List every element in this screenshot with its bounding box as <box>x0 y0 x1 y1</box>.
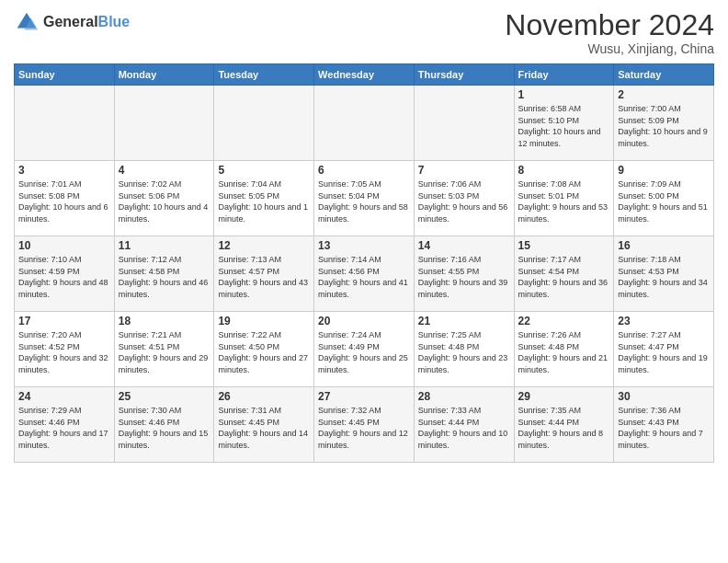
day-info: Sunrise: 7:05 AMSunset: 5:04 PMDaylight:… <box>318 178 410 224</box>
day-number: 5 <box>218 164 310 177</box>
day-info: Sunrise: 7:14 AMSunset: 4:56 PMDaylight:… <box>318 254 410 300</box>
day-info: Sunrise: 7:30 AMSunset: 4:46 PMDaylight:… <box>119 405 210 451</box>
day-info: Sunrise: 7:02 AMSunset: 5:06 PMDaylight:… <box>119 178 210 224</box>
day-cell: 17Sunrise: 7:20 AMSunset: 4:52 PMDayligh… <box>15 312 115 387</box>
day-info: Sunrise: 7:36 AMSunset: 4:43 PMDaylight:… <box>618 405 710 451</box>
day-cell: 1Sunrise: 6:58 AMSunset: 5:10 PMDaylight… <box>514 86 614 161</box>
day-number: 18 <box>119 315 210 327</box>
day-cell: 29Sunrise: 7:35 AMSunset: 4:44 PMDayligh… <box>514 387 614 463</box>
header-monday: Monday <box>114 64 214 86</box>
day-info: Sunrise: 7:17 AMSunset: 4:54 PMDaylight:… <box>518 254 610 300</box>
day-info: Sunrise: 7:22 AMSunset: 4:50 PMDaylight:… <box>218 329 310 375</box>
day-info: Sunrise: 7:04 AMSunset: 5:05 PMDaylight:… <box>218 178 310 224</box>
day-number: 30 <box>618 390 710 403</box>
day-number: 17 <box>18 315 110 327</box>
day-number: 2 <box>618 88 710 101</box>
day-number: 3 <box>18 164 110 177</box>
header-tuesday: Tuesday <box>214 64 314 86</box>
day-info: Sunrise: 7:29 AMSunset: 4:46 PMDaylight:… <box>18 405 110 451</box>
day-number: 28 <box>418 390 510 403</box>
day-number: 14 <box>418 239 510 252</box>
day-number: 11 <box>119 239 210 252</box>
day-info: Sunrise: 7:09 AMSunset: 5:00 PMDaylight:… <box>618 178 710 224</box>
day-cell <box>314 86 415 161</box>
day-cell: 15Sunrise: 7:17 AMSunset: 4:54 PMDayligh… <box>514 236 614 312</box>
header-saturday: Saturday <box>614 64 714 86</box>
day-number: 20 <box>318 315 410 327</box>
calendar-body: 1Sunrise: 6:58 AMSunset: 5:10 PMDaylight… <box>15 86 714 463</box>
day-cell <box>114 86 214 161</box>
day-cell: 21Sunrise: 7:25 AMSunset: 4:48 PMDayligh… <box>414 312 514 387</box>
day-cell: 12Sunrise: 7:13 AMSunset: 4:57 PMDayligh… <box>214 236 314 312</box>
title-section: November 2024 Wusu, Xinjiang, China <box>505 9 714 56</box>
calendar-table: Sunday Monday Tuesday Wednesday Thursday… <box>14 63 714 463</box>
day-number: 13 <box>318 239 410 252</box>
day-number: 15 <box>518 239 610 252</box>
day-info: Sunrise: 7:08 AMSunset: 5:01 PMDaylight:… <box>518 178 610 224</box>
day-cell: 26Sunrise: 7:31 AMSunset: 4:45 PMDayligh… <box>214 387 314 463</box>
day-cell: 11Sunrise: 7:12 AMSunset: 4:58 PMDayligh… <box>114 236 214 312</box>
day-cell: 3Sunrise: 7:01 AMSunset: 5:08 PMDaylight… <box>15 161 115 236</box>
day-info: Sunrise: 7:12 AMSunset: 4:58 PMDaylight:… <box>119 254 210 300</box>
day-cell <box>414 86 514 161</box>
day-cell: 30Sunrise: 7:36 AMSunset: 4:43 PMDayligh… <box>614 387 714 463</box>
header-wednesday: Wednesday <box>314 64 415 86</box>
day-info: Sunrise: 6:58 AMSunset: 5:10 PMDaylight:… <box>518 103 610 149</box>
day-number: 10 <box>18 239 110 252</box>
day-info: Sunrise: 7:13 AMSunset: 4:57 PMDaylight:… <box>218 254 310 300</box>
day-number: 9 <box>618 164 710 177</box>
day-cell <box>15 86 115 161</box>
day-number: 8 <box>518 164 610 177</box>
day-cell: 5Sunrise: 7:04 AMSunset: 5:05 PMDaylight… <box>214 161 314 236</box>
day-info: Sunrise: 7:10 AMSunset: 4:59 PMDaylight:… <box>18 254 110 300</box>
logo-line2: Blue <box>98 14 131 29</box>
page: GeneralBlue November 2024 Wusu, Xinjiang… <box>0 0 728 563</box>
day-number: 4 <box>119 164 210 177</box>
day-info: Sunrise: 7:01 AMSunset: 5:08 PMDaylight:… <box>18 178 110 224</box>
day-cell: 22Sunrise: 7:26 AMSunset: 4:48 PMDayligh… <box>514 312 614 387</box>
header-sunday: Sunday <box>15 64 115 86</box>
day-number: 6 <box>318 164 410 177</box>
header-friday: Friday <box>514 64 614 86</box>
weekday-header-row: Sunday Monday Tuesday Wednesday Thursday… <box>15 64 714 86</box>
day-cell: 7Sunrise: 7:06 AMSunset: 5:03 PMDaylight… <box>414 161 514 236</box>
day-info: Sunrise: 7:32 AMSunset: 4:45 PMDaylight:… <box>318 405 410 451</box>
day-cell: 13Sunrise: 7:14 AMSunset: 4:56 PMDayligh… <box>314 236 415 312</box>
day-cell: 8Sunrise: 7:08 AMSunset: 5:01 PMDaylight… <box>514 161 614 236</box>
day-info: Sunrise: 7:33 AMSunset: 4:44 PMDaylight:… <box>418 405 510 451</box>
day-number: 24 <box>18 390 110 403</box>
day-cell: 25Sunrise: 7:30 AMSunset: 4:46 PMDayligh… <box>114 387 214 463</box>
day-number: 1 <box>518 88 610 101</box>
day-info: Sunrise: 7:18 AMSunset: 4:53 PMDaylight:… <box>618 254 710 300</box>
day-number: 27 <box>318 390 410 403</box>
week-row-2: 3Sunrise: 7:01 AMSunset: 5:08 PMDaylight… <box>15 161 714 236</box>
day-info: Sunrise: 7:24 AMSunset: 4:49 PMDaylight:… <box>318 329 410 375</box>
header-thursday: Thursday <box>414 64 514 86</box>
day-info: Sunrise: 7:00 AMSunset: 5:09 PMDaylight:… <box>618 103 710 149</box>
day-info: Sunrise: 7:06 AMSunset: 5:03 PMDaylight:… <box>418 178 510 224</box>
day-info: Sunrise: 7:16 AMSunset: 4:55 PMDaylight:… <box>418 254 510 300</box>
week-row-4: 17Sunrise: 7:20 AMSunset: 4:52 PMDayligh… <box>15 312 714 387</box>
day-cell: 2Sunrise: 7:00 AMSunset: 5:09 PMDaylight… <box>614 86 714 161</box>
day-cell: 10Sunrise: 7:10 AMSunset: 4:59 PMDayligh… <box>15 236 115 312</box>
week-row-5: 24Sunrise: 7:29 AMSunset: 4:46 PMDayligh… <box>15 387 714 463</box>
day-cell <box>214 86 314 161</box>
day-number: 25 <box>119 390 210 403</box>
day-number: 12 <box>218 239 310 252</box>
day-number: 29 <box>518 390 610 403</box>
day-cell: 28Sunrise: 7:33 AMSunset: 4:44 PMDayligh… <box>414 387 514 463</box>
day-info: Sunrise: 7:20 AMSunset: 4:52 PMDaylight:… <box>18 329 110 375</box>
day-cell: 14Sunrise: 7:16 AMSunset: 4:55 PMDayligh… <box>414 236 514 312</box>
logo-icon <box>14 9 40 35</box>
week-row-1: 1Sunrise: 6:58 AMSunset: 5:10 PMDaylight… <box>15 86 714 161</box>
day-cell: 19Sunrise: 7:22 AMSunset: 4:50 PMDayligh… <box>214 312 314 387</box>
logo-text: GeneralBlue <box>43 14 130 30</box>
day-cell: 24Sunrise: 7:29 AMSunset: 4:46 PMDayligh… <box>15 387 115 463</box>
header: GeneralBlue November 2024 Wusu, Xinjiang… <box>14 9 714 56</box>
day-cell: 27Sunrise: 7:32 AMSunset: 4:45 PMDayligh… <box>314 387 415 463</box>
day-number: 7 <box>418 164 510 177</box>
week-row-3: 10Sunrise: 7:10 AMSunset: 4:59 PMDayligh… <box>15 236 714 312</box>
day-info: Sunrise: 7:25 AMSunset: 4:48 PMDaylight:… <box>418 329 510 375</box>
day-info: Sunrise: 7:26 AMSunset: 4:48 PMDaylight:… <box>518 329 610 375</box>
day-number: 21 <box>418 315 510 327</box>
